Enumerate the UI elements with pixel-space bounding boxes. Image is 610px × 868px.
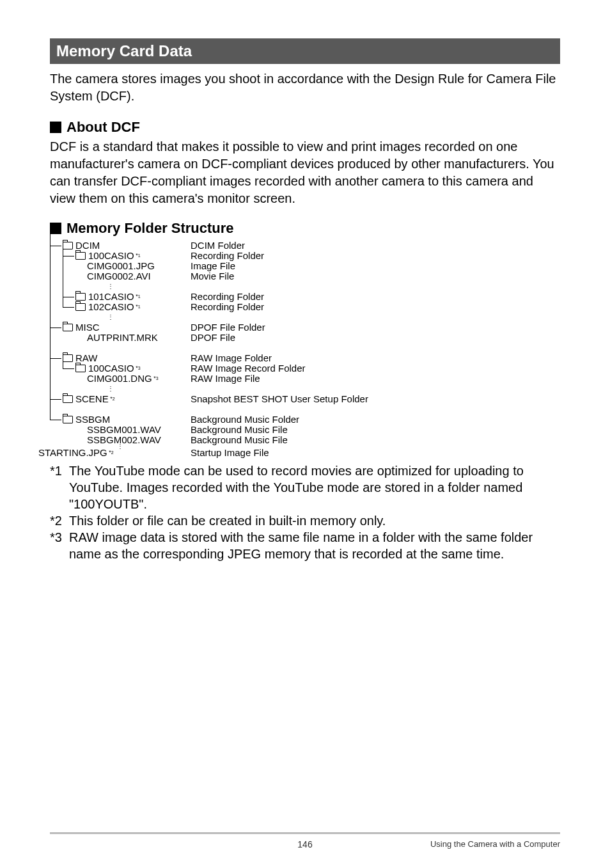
tree-desc-dcim: DCIM Folder xyxy=(191,241,245,251)
folder-icon xyxy=(63,324,73,331)
about-dcf-body: DCF is a standard that makes it possible… xyxy=(50,138,560,207)
footnotes: *1 The YouTube mode can be used to recor… xyxy=(50,462,560,562)
tree-desc-cimg0001: Image File xyxy=(191,261,235,271)
tree-node-ssbgm: SSBGM xyxy=(75,414,110,425)
folder-tree: DCIM DCIM Folder 100CASIO *1 Recording F… xyxy=(50,241,560,457)
tree-node-cimg0001: CIMG0001.JPG xyxy=(87,261,155,271)
tree-desc-starting: Startup Image File xyxy=(191,448,269,458)
section-heading: Memory Card Data xyxy=(50,38,560,64)
footnote-3: RAW image data is stored with the same f… xyxy=(69,529,560,562)
folder-icon xyxy=(75,303,86,311)
footnote-2: This folder or file can be created in bu… xyxy=(69,512,386,529)
tree-desc-ssbgm002: Background Music File xyxy=(191,435,288,445)
folder-icon xyxy=(63,354,73,362)
footnote-marker: *2 xyxy=(50,512,69,529)
memory-folder-structure-text: Memory Folder Structure xyxy=(66,220,234,237)
footnote-marker: *3 xyxy=(50,529,69,562)
tree-node-100casio: 100CASIO xyxy=(88,251,134,261)
ellipsis-icon: ⋮ xyxy=(107,388,114,390)
tree-node-dcim: DCIM xyxy=(75,241,100,251)
tree-desc-100casio: Recording Folder xyxy=(191,251,264,261)
tree-node-starting: STARTING.JPG xyxy=(38,448,107,458)
tree-desc-raw100casio: RAW Image Record Folder xyxy=(191,363,306,374)
tree-node-ssbgm001: SSBGM001.WAV xyxy=(87,425,161,435)
ellipsis-icon: ⋮ xyxy=(107,285,114,288)
tree-desc-scene: Snapshot BEST SHOT User Setup Folder xyxy=(191,394,368,404)
superscript-note: *1 xyxy=(134,304,141,310)
folder-icon xyxy=(75,365,86,372)
intro-paragraph: The camera stores images you shoot in ac… xyxy=(50,70,560,105)
folder-icon xyxy=(75,252,86,260)
tree-desc-ssbgm001: Background Music File xyxy=(191,425,288,435)
tree-desc-autprint: DPOF File xyxy=(191,333,235,343)
tree-node-raw100casio: 100CASIO xyxy=(88,363,134,374)
tree-desc-cimg0002: Movie File xyxy=(191,271,234,281)
page-number: 146 xyxy=(297,839,312,849)
tree-node-ssbgm002: SSBGM002.WAV xyxy=(87,435,161,445)
tree-node-101casio: 101CASIO xyxy=(88,292,134,302)
page-footer: 146 Using the Camera with a Computer xyxy=(50,832,560,849)
tree-node-misc: MISC xyxy=(75,322,100,333)
superscript-note: *3 xyxy=(152,375,159,381)
tree-node-raw: RAW xyxy=(75,353,97,363)
about-dcf-heading: About DCF xyxy=(50,119,560,136)
folder-icon xyxy=(63,242,73,249)
tree-node-102casio: 102CASIO xyxy=(88,302,134,312)
bullet-square-icon xyxy=(50,223,61,234)
bullet-square-icon xyxy=(50,122,61,133)
tree-desc-102casio: Recording Folder xyxy=(191,302,264,312)
tree-desc-misc: DPOF File Folder xyxy=(191,322,265,333)
tree-node-cimg001dng: CIMG001.DNG xyxy=(87,374,152,384)
superscript-note: *2 xyxy=(109,396,115,402)
superscript-note: *2 xyxy=(107,450,114,455)
folder-icon xyxy=(75,293,86,301)
memory-folder-structure-heading: Memory Folder Structure xyxy=(50,220,560,237)
folder-icon xyxy=(63,395,73,403)
tree-desc-ssbgm: Background Music Folder xyxy=(191,414,299,425)
tree-node-autprint: AUTPRINT.MRK xyxy=(87,333,158,343)
page-root: Memory Card Data The camera stores image… xyxy=(0,0,610,868)
footnote-1: The YouTube mode can be used to record m… xyxy=(69,462,560,512)
tree-desc-101casio: Recording Folder xyxy=(191,292,264,302)
footer-divider xyxy=(50,832,560,834)
footer-section-title: Using the Camera with a Computer xyxy=(430,839,560,849)
tree-desc-cimg001dng: RAW Image File xyxy=(191,374,260,384)
ellipsis-icon: ⋮ xyxy=(107,316,114,319)
about-dcf-heading-text: About DCF xyxy=(66,119,140,136)
superscript-note: *1 xyxy=(134,253,141,258)
superscript-note: *3 xyxy=(134,365,141,371)
superscript-note: *1 xyxy=(134,294,141,299)
footnote-marker: *1 xyxy=(50,462,69,512)
folder-icon xyxy=(63,416,73,423)
tree-desc-raw: RAW Image Folder xyxy=(191,353,272,363)
tree-node-scene: SCENE xyxy=(75,394,109,404)
tree-node-cimg0002: CIMG0002.AVI xyxy=(87,271,151,281)
